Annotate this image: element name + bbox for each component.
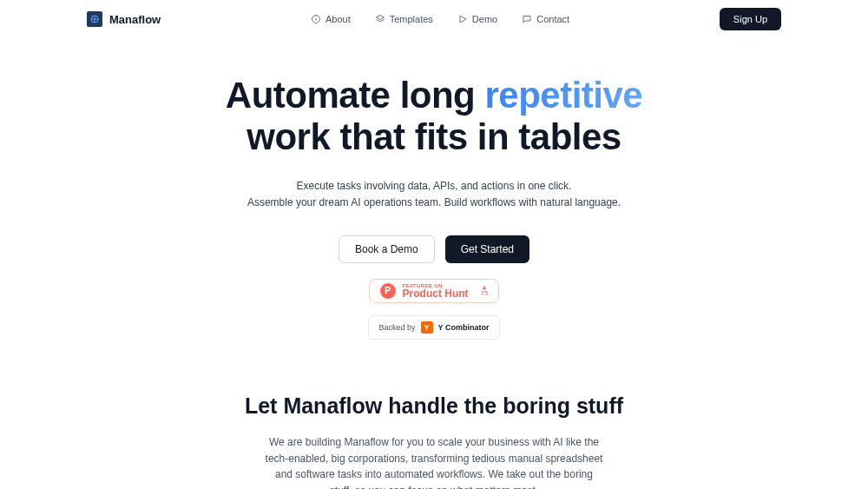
- layers-icon: [375, 14, 385, 24]
- cta-row: Book a Demo Get Started: [0, 235, 868, 263]
- product-hunt-badge[interactable]: P FEATURED ON Product Hunt ▲ 75: [369, 279, 500, 303]
- get-started-button[interactable]: Get Started: [445, 235, 529, 263]
- product-hunt-text: FEATURED ON Product Hunt: [403, 283, 469, 299]
- ph-upvote: ▲ 75: [481, 284, 489, 297]
- product-hunt-icon: P: [380, 283, 396, 299]
- ph-name: Product Hunt: [403, 288, 469, 299]
- hero-sub-line1: Execute tasks involving data, APIs, and …: [0, 178, 868, 195]
- backed-by-prefix: Backed by: [379, 323, 416, 332]
- play-icon: [457, 14, 468, 24]
- signup-button[interactable]: Sign Up: [720, 8, 781, 30]
- nav-contact[interactable]: Contact: [522, 14, 569, 24]
- hero-title-highlight: repetitive: [484, 75, 642, 116]
- hero-title-part2: work that fits in tables: [247, 116, 621, 157]
- svg-marker-5: [460, 16, 466, 23]
- nav-label: Contact: [536, 14, 569, 24]
- nav-center: About Templates Demo Contact: [311, 14, 569, 24]
- yc-icon: Y: [421, 321, 433, 334]
- hero-title-part1: Automate long: [226, 75, 485, 116]
- hero-subtitle: Execute tasks involving data, APIs, and …: [0, 178, 868, 211]
- ph-upvote-count: 75: [481, 290, 489, 297]
- svg-point-3: [316, 17, 317, 17]
- section2-desc: We are building Manaflow for you to scal…: [265, 434, 603, 489]
- features-section: Let Manaflow handle the boring stuff We …: [0, 393, 868, 489]
- nav-label: Demo: [472, 14, 497, 24]
- yc-name: Y Combinator: [438, 323, 490, 332]
- hero-section: Automate long repetitive work that fits …: [0, 38, 868, 340]
- nav-right: Sign Up: [720, 8, 781, 30]
- chat-icon: [522, 14, 532, 24]
- brand-name: Manaflow: [109, 13, 161, 26]
- nav-templates[interactable]: Templates: [375, 14, 433, 24]
- badges-wrap: P FEATURED ON Product Hunt ▲ 75: [0, 263, 868, 303]
- backed-by-badge: Backed by Y Y Combinator: [368, 315, 501, 340]
- book-demo-button[interactable]: Book a Demo: [339, 235, 435, 263]
- top-nav: Manaflow About Templates Demo Contact: [0, 0, 868, 38]
- hero-title: Automate long repetitive work that fits …: [0, 75, 868, 159]
- nav-label: Templates: [390, 14, 433, 24]
- section2-title: Let Manaflow handle the boring stuff: [0, 393, 868, 419]
- nav-label: About: [326, 14, 351, 24]
- nav-demo[interactable]: Demo: [457, 14, 497, 24]
- info-icon: [311, 14, 321, 24]
- nav-about[interactable]: About: [311, 14, 351, 24]
- logo-icon: [87, 11, 102, 27]
- hero-sub-line2: Assemble your dream AI operations team. …: [0, 195, 868, 211]
- brand[interactable]: Manaflow: [87, 11, 161, 27]
- svg-marker-4: [376, 16, 384, 20]
- backed-by-wrap: Backed by Y Y Combinator: [0, 303, 868, 340]
